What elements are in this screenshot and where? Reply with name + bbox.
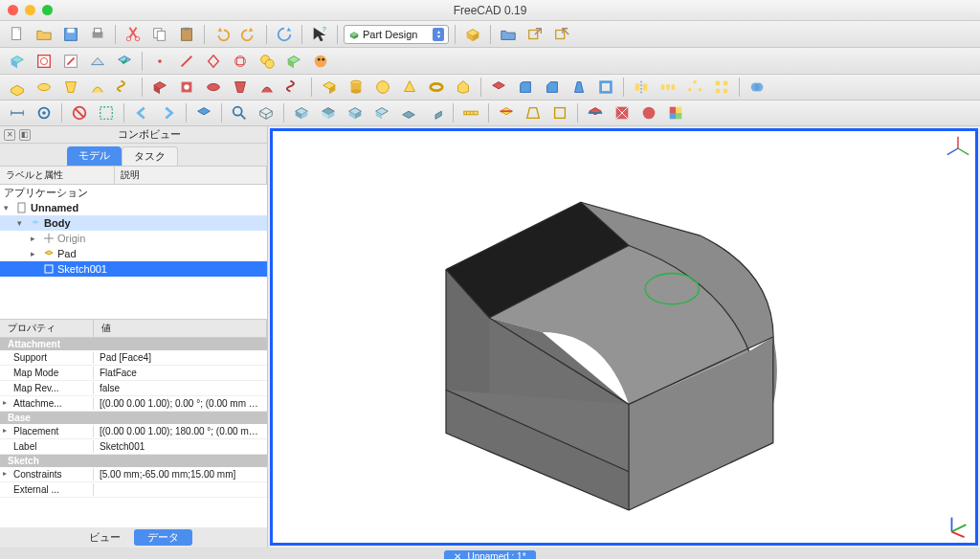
polar-pattern-icon[interactable]	[683, 77, 706, 98]
model-tree[interactable]: アプリケーション ▾ Unnamed ▾ Body ▸ Origin ▸ Pad	[0, 185, 267, 319]
open-file-icon[interactable]	[33, 24, 56, 45]
appearance-icon[interactable]	[637, 102, 660, 123]
tree-app[interactable]: アプリケーション	[0, 185, 267, 200]
refresh-icon[interactable]	[273, 24, 296, 45]
draft-angle-icon[interactable]	[568, 77, 590, 98]
prop-maprev[interactable]: Map Rev...false	[0, 381, 267, 396]
edit-sketch-icon[interactable]	[59, 51, 82, 72]
tab-data[interactable]: データ	[134, 529, 192, 546]
view-left-icon[interactable]	[424, 102, 447, 123]
map-sketch-icon[interactable]	[86, 51, 109, 72]
pocket-icon[interactable]	[148, 77, 171, 98]
isometric-icon[interactable]	[255, 102, 278, 123]
workbench-selector[interactable]: Part Design	[344, 25, 449, 44]
panel-close-icon[interactable]: ✕	[4, 129, 15, 141]
create-sketch-icon[interactable]	[33, 51, 56, 72]
primitive-prism-icon[interactable]	[452, 77, 475, 98]
copy-icon[interactable]	[148, 24, 171, 45]
paste-icon[interactable]	[175, 24, 198, 45]
view-bottom-icon[interactable]	[397, 102, 420, 123]
primitive-box-icon[interactable]	[318, 77, 341, 98]
primitive-sphere-icon[interactable]	[371, 77, 394, 98]
dot-icon[interactable]	[148, 51, 171, 72]
revolution-icon[interactable]	[33, 77, 56, 98]
primitive-torus-icon[interactable]	[425, 77, 448, 98]
create-body-icon[interactable]	[6, 51, 29, 72]
validate-sketch-icon[interactable]	[113, 51, 136, 72]
linear-pattern-icon[interactable]	[657, 77, 679, 98]
panel-undock-icon[interactable]: ◧	[19, 129, 31, 141]
new-file-icon[interactable]	[6, 24, 29, 45]
measure-toggle-icon[interactable]	[33, 102, 56, 123]
sub-helix-icon[interactable]	[282, 77, 305, 98]
tree-doc[interactable]: ▾ Unnamed	[0, 200, 267, 215]
thickness-icon[interactable]	[594, 77, 617, 98]
boolean-icon[interactable]	[746, 77, 768, 98]
groove-icon[interactable]	[202, 77, 225, 98]
circle-square-icon[interactable]	[229, 51, 252, 72]
view-front-icon[interactable]	[290, 102, 313, 123]
sweep-icon[interactable]	[86, 77, 109, 98]
clip-plane-icon[interactable]	[584, 102, 607, 123]
3d-viewport[interactable]	[270, 128, 978, 546]
view-top-icon[interactable]	[317, 102, 340, 123]
view-rear-icon[interactable]	[370, 102, 393, 123]
measure-linear-icon[interactable]	[6, 102, 29, 123]
nav-back-icon[interactable]	[130, 102, 153, 123]
tree-origin[interactable]: ▸ Origin	[0, 231, 267, 246]
prop-attachment-offset[interactable]: Attachme...[(0.00 0.00 1.00); 0.00 °; (0…	[0, 396, 267, 412]
line-icon[interactable]	[175, 51, 198, 72]
measure-distance-icon[interactable]	[459, 102, 482, 123]
hole-icon[interactable]	[175, 77, 198, 98]
helix-icon[interactable]	[113, 77, 136, 98]
primitive-cone-icon[interactable]	[398, 77, 421, 98]
fillet-icon[interactable]	[514, 77, 537, 98]
tab-close-icon[interactable]: ✕	[454, 551, 461, 560]
pad-icon[interactable]	[6, 77, 29, 98]
prop-external[interactable]: External ...	[0, 482, 267, 498]
multi-transform-icon[interactable]	[710, 77, 733, 98]
tree-pad[interactable]: ▸ Pad	[0, 246, 267, 261]
link-select-icon[interactable]	[192, 102, 215, 123]
ortho-icon[interactable]	[548, 102, 571, 123]
save-icon[interactable]	[59, 24, 82, 45]
diamond-icon[interactable]	[202, 51, 225, 72]
sub-loft-icon[interactable]	[229, 77, 252, 98]
link-import-icon[interactable]	[550, 24, 573, 45]
prop-placement[interactable]: Placement[(0.00 0.00 1.00); 180.00 °; (0…	[0, 424, 267, 439]
fit-all-icon[interactable]	[228, 102, 251, 123]
box-icon[interactable]	[461, 24, 484, 45]
tab-task[interactable]: タスク	[122, 146, 178, 166]
undo-icon[interactable]	[211, 24, 234, 45]
redo-icon[interactable]	[237, 24, 260, 45]
sub-sweep-icon[interactable]	[256, 77, 278, 98]
prop-label[interactable]: LabelSketch001	[0, 439, 267, 455]
document-tab[interactable]: ✕ Unnamed : 1*	[444, 550, 535, 560]
mirror-icon[interactable]	[630, 77, 653, 98]
draft-icon[interactable]	[309, 51, 332, 72]
loft-icon[interactable]	[59, 77, 82, 98]
clone-icon[interactable]	[256, 51, 278, 72]
sub-box-icon[interactable]	[487, 77, 510, 98]
tree-body[interactable]: ▾ Body	[0, 215, 267, 231]
link-export-icon[interactable]	[523, 24, 546, 45]
prop-support[interactable]: SupportPad [Face4]	[0, 350, 267, 366]
texture-icon[interactable]	[611, 102, 634, 123]
primitive-cyl-icon[interactable]	[345, 77, 368, 98]
prop-constraints[interactable]: Constraints[5.00 mm;-65.00 mm;15.00 mm]	[0, 467, 267, 482]
nav-forward-icon[interactable]	[157, 102, 180, 123]
tab-view[interactable]: ビュー	[76, 529, 134, 546]
chamfer-icon[interactable]	[541, 77, 564, 98]
shape-binder-icon[interactable]	[282, 51, 305, 72]
random-color-icon[interactable]	[664, 102, 687, 123]
persp-icon[interactable]	[522, 102, 545, 123]
tab-model[interactable]: モデル	[67, 146, 122, 166]
no-selection-icon[interactable]	[68, 102, 91, 123]
prop-mapmode[interactable]: Map ModeFlatFace	[0, 366, 267, 381]
group-folder-icon[interactable]	[497, 24, 520, 45]
view-right-icon[interactable]	[344, 102, 367, 123]
tree-sketch001[interactable]: Sketch001	[0, 261, 267, 277]
whats-this-icon[interactable]: ?	[308, 24, 331, 45]
cut-icon[interactable]	[122, 24, 145, 45]
print-icon[interactable]	[86, 24, 109, 45]
